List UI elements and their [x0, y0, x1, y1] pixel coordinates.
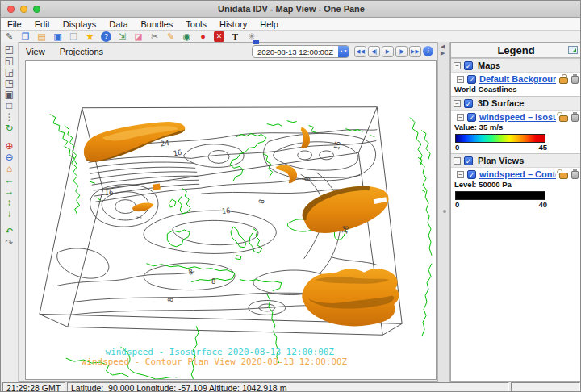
projections-menu[interactable]: Projections — [60, 47, 103, 56]
export-icon[interactable]: ⇲ — [117, 31, 127, 42]
maps-visibility-checkbox[interactable] — [464, 61, 473, 70]
zoom-window-button[interactable] — [33, 6, 40, 13]
float-legend-icon[interactable] — [568, 46, 578, 54]
pan-vertical-icon[interactable]: ↕ — [3, 197, 16, 208]
show-dashboard-icon[interactable]: ✎ — [4, 31, 15, 42]
play-button[interactable]: ▶ — [382, 46, 394, 57]
windspeed-isosurface-blobs — [84, 122, 399, 326]
text-tool-icon[interactable]: T — [230, 31, 240, 42]
record-icon[interactable]: ● — [198, 31, 208, 42]
category-label: Maps — [478, 60, 500, 70]
minimize-window-button[interactable] — [20, 6, 27, 13]
rotate-view-b-icon[interactable]: ◱ — [3, 55, 16, 66]
svg-text:16: 16 — [221, 206, 231, 215]
go-to-start-button[interactable]: ◀◀ — [354, 46, 366, 57]
menu-tools[interactable]: Tools — [186, 19, 207, 29]
redo-view-icon[interactable]: ↷ — [3, 237, 16, 248]
menu-displays[interactable]: Displays — [63, 19, 97, 29]
vertical-scale-icon[interactable]: ⋮ — [3, 111, 16, 123]
collapse-left-icon[interactable]: ◀ — [441, 44, 445, 49]
trash-icon[interactable] — [571, 76, 579, 84]
zoom-out-icon[interactable]: ⊖ — [3, 152, 16, 163]
collapse-icon[interactable] — [454, 62, 461, 69]
collapse-right-icon[interactable]: ▶ — [441, 50, 445, 56]
collapse-icon[interactable] — [454, 100, 461, 107]
svg-text:8: 8 — [211, 277, 215, 286]
rainbow-colorbar[interactable] — [455, 134, 545, 143]
auto-rotate-icon[interactable]: ↻ — [3, 123, 16, 134]
collapse-icon[interactable] — [457, 171, 464, 178]
perspective-box-icon[interactable]: □ — [3, 100, 16, 111]
plan-views-visibility-checkbox[interactable] — [464, 156, 473, 165]
contour-level-label: Level: 50000 Pa — [451, 180, 581, 191]
step-back-button[interactable]: ◀| — [368, 46, 380, 57]
pan-down-icon[interactable]: ↓ — [3, 208, 16, 219]
menu-bar: File Edit Displays Data Bundles Tools Hi… — [1, 18, 581, 31]
time-spinner[interactable]: ▲▼ — [338, 46, 349, 57]
stop-delete-icon[interactable]: ✕ — [214, 31, 224, 42]
lock-closed-icon[interactable] — [559, 77, 568, 84]
cut-scissors-icon[interactable]: ✂ — [149, 31, 160, 42]
view-menu[interactable]: View — [26, 47, 45, 56]
time-selector[interactable]: 2020-08-13 12:00:00Z ▲▼ — [252, 45, 349, 58]
collapse-icon[interactable] — [457, 114, 464, 121]
item-visibility-checkbox[interactable] — [467, 170, 476, 179]
category-label: 3D Surface — [478, 98, 524, 108]
open-file-icon[interactable]: ▤ — [36, 31, 47, 42]
trash-icon[interactable] — [571, 171, 579, 179]
svg-text:16: 16 — [332, 140, 342, 151]
globe-icon[interactable]: ◉ — [182, 31, 192, 42]
map-view-panel: View Projections 2020-08-13 12:00:00Z ▲▼… — [19, 42, 437, 382]
display-link[interactable]: Default Background Maps — [479, 74, 556, 84]
menu-edit[interactable]: Edit — [35, 19, 50, 29]
eraser-icon[interactable]: ◪ — [133, 31, 144, 42]
display-link[interactable]: windspeed – Isosurface — [479, 112, 556, 122]
zoom-in-icon[interactable]: ⊕ — [3, 140, 16, 152]
menu-file[interactable]: File — [7, 19, 22, 29]
display-link[interactable]: windspeed – Contour Pl... — [479, 169, 556, 179]
step-forward-button[interactable]: |▶ — [395, 46, 408, 57]
panel-splitter[interactable]: ◀ ▶ — [437, 42, 450, 382]
pan-right-icon[interactable]: → — [3, 186, 16, 197]
isosurface-value-label: Value: 35 m/s — [451, 123, 581, 134]
colorbar-min: 0 — [455, 143, 459, 152]
menu-history[interactable]: History — [219, 19, 247, 29]
rotate-view-d-icon[interactable]: ◳ — [3, 77, 16, 89]
add-display-icon[interactable]: ❐ — [20, 31, 31, 42]
trash-icon[interactable] — [571, 114, 579, 122]
svg-text:16: 16 — [105, 189, 114, 197]
menu-bundles[interactable]: Bundles — [141, 19, 173, 29]
pencil-icon[interactable]: ✎ — [165, 31, 176, 42]
favorites-star-icon[interactable]: ★ — [85, 31, 95, 42]
black-colorbar[interactable] — [455, 191, 545, 200]
isosurface-colorbar[interactable]: 0 45 — [451, 134, 581, 153]
top-view-icon[interactable]: ▣ — [3, 89, 16, 100]
home-view-icon[interactable]: ⌂ — [3, 163, 16, 174]
rotate-view-a-icon[interactable]: ◰ — [3, 44, 16, 55]
rotate-view-c-icon[interactable]: ◲ — [3, 66, 16, 77]
splitter-handle[interactable] — [443, 210, 446, 213]
help-icon[interactable]: ? — [101, 31, 111, 42]
pan-left-icon[interactable]: ← — [3, 174, 16, 186]
item-visibility-checkbox[interactable] — [467, 75, 476, 84]
menu-help[interactable]: Help — [260, 19, 278, 29]
undo-view-icon[interactable]: ↶ — [3, 226, 16, 237]
map-3d-canvas[interactable]: 24 16 16 8 16 16 8 8 8 16 8 windspeed - … — [25, 60, 437, 380]
contour-colorbar[interactable]: 0 40 — [451, 191, 581, 211]
legend-header: Legend — [451, 43, 581, 58]
copy-icon[interactable]: ❑ — [69, 31, 79, 42]
collapse-icon[interactable] — [454, 157, 461, 165]
close-window-button[interactable] — [7, 6, 15, 13]
item-visibility-checkbox[interactable] — [467, 113, 476, 122]
menu-data[interactable]: Data — [109, 19, 127, 29]
time-slider-marker[interactable] — [253, 40, 259, 44]
collapse-icon[interactable] — [457, 76, 464, 83]
save-icon[interactable]: ▣ — [52, 31, 63, 42]
lock-open-icon[interactable] — [559, 173, 568, 179]
cursor-position-readout: Latitude: 90.000 Longitude: -57.109 Alti… — [67, 382, 509, 392]
animation-properties-button[interactable]: i — [423, 46, 433, 56]
surface-visibility-checkbox[interactable] — [464, 99, 473, 108]
lock-open-icon[interactable] — [559, 115, 568, 122]
legend-item-default-background-maps: Default Background Maps — [451, 73, 581, 85]
go-to-end-button[interactable]: ▶▶ — [409, 46, 421, 57]
